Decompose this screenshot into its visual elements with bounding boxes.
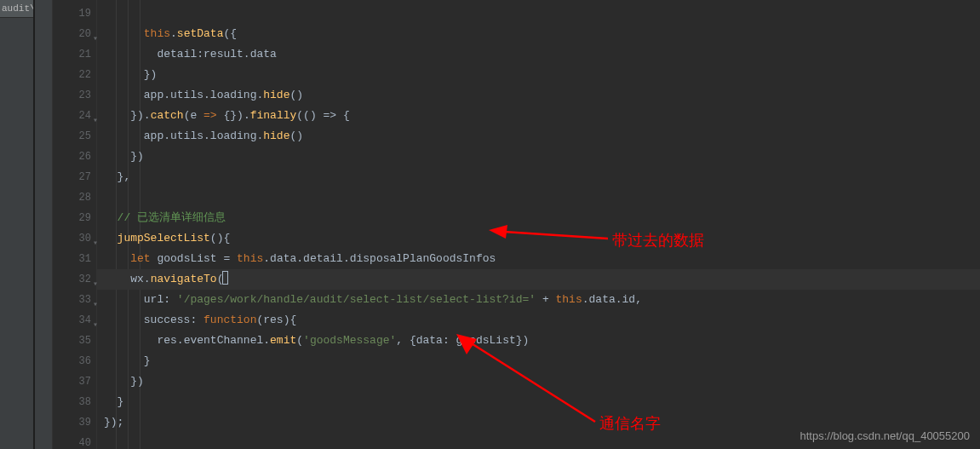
gutter-line-37[interactable]: 37: [53, 371, 96, 392]
code-line-26[interactable]: }): [97, 147, 980, 167]
code-line-34[interactable]: success: function(res){: [97, 310, 980, 331]
watermark: https://blog.csdn.net/qq_40055200: [800, 429, 971, 442]
gutter-line-36[interactable]: 36: [53, 351, 96, 371]
text-cursor: [222, 271, 228, 285]
gutter-line-22[interactable]: 22: [53, 65, 96, 85]
code-line-30[interactable]: jumpSelectList(){: [97, 228, 980, 249]
code-line-23[interactable]: app.utils.loading.hide(): [97, 85, 980, 106]
gutter-line-39[interactable]: 39: [53, 412, 96, 433]
code-line-32[interactable]: wx.navigateTo(: [97, 269, 980, 290]
gutter-line-35[interactable]: 35: [53, 331, 96, 351]
code-line-21[interactable]: detail:result.data: [97, 44, 980, 65]
code-line-19[interactable]: [97, 3, 980, 24]
gutter-line-24[interactable]: 24▾: [53, 106, 96, 126]
gutter-line-33[interactable]: 33▾: [53, 290, 96, 310]
code-line-28[interactable]: [97, 187, 980, 208]
gutter-line-26[interactable]: 26: [53, 147, 96, 167]
gutter-line-32[interactable]: 32▾: [53, 269, 96, 290]
code-line-22[interactable]: }): [97, 65, 980, 85]
gutter-line-19[interactable]: 19: [53, 3, 96, 24]
code-area[interactable]: this.setData({ detail:result.data }) app…: [97, 0, 980, 449]
code-line-24[interactable]: }).catch(e => {}).finally(() => {: [97, 106, 980, 126]
code-line-37[interactable]: }): [97, 371, 980, 392]
gutter: 1920▾21222324▾252627282930▾3132▾33▾34▾35…: [53, 0, 97, 449]
code-line-20[interactable]: this.setData({: [97, 24, 980, 44]
gutter-line-30[interactable]: 30▾: [53, 228, 96, 249]
code-line-27[interactable]: },: [97, 167, 980, 187]
code-line-29[interactable]: // 已选清单详细信息: [97, 208, 980, 228]
gutter-line-20[interactable]: 20▾: [53, 24, 96, 44]
code-editor[interactable]: 1920▾21222324▾252627282930▾3132▾33▾34▾35…: [53, 0, 980, 449]
file-tab[interactable]: audit\...: [0, 0, 33, 18]
gutter-line-31[interactable]: 31: [53, 249, 96, 269]
code-line-36[interactable]: }: [97, 351, 980, 371]
code-line-38[interactable]: }: [97, 392, 980, 412]
gutter-line-28[interactable]: 28: [53, 187, 96, 208]
gutter-line-34[interactable]: 34▾: [53, 310, 96, 331]
gutter-line-29[interactable]: 29: [53, 208, 96, 228]
code-line-35[interactable]: res.eventChannel.emit('goodsMessage', {d…: [97, 331, 980, 351]
code-line-31[interactable]: let goodsList = this.data.detail.disposa…: [97, 249, 980, 269]
code-line-33[interactable]: url: '/pages/work/handle/audit/select-li…: [97, 290, 980, 310]
gutter-line-21[interactable]: 21: [53, 44, 96, 65]
code-line-25[interactable]: app.utils.loading.hide(): [97, 126, 980, 147]
gutter-line-25[interactable]: 25: [53, 126, 96, 147]
gutter-line-40[interactable]: 40: [53, 433, 96, 449]
gutter-line-23[interactable]: 23: [53, 85, 96, 106]
gutter-line-38[interactable]: 38: [53, 392, 96, 412]
tab-panel: audit\...: [0, 0, 34, 449]
sidebar-strip: [34, 0, 53, 449]
gutter-line-27[interactable]: 27: [53, 167, 96, 187]
